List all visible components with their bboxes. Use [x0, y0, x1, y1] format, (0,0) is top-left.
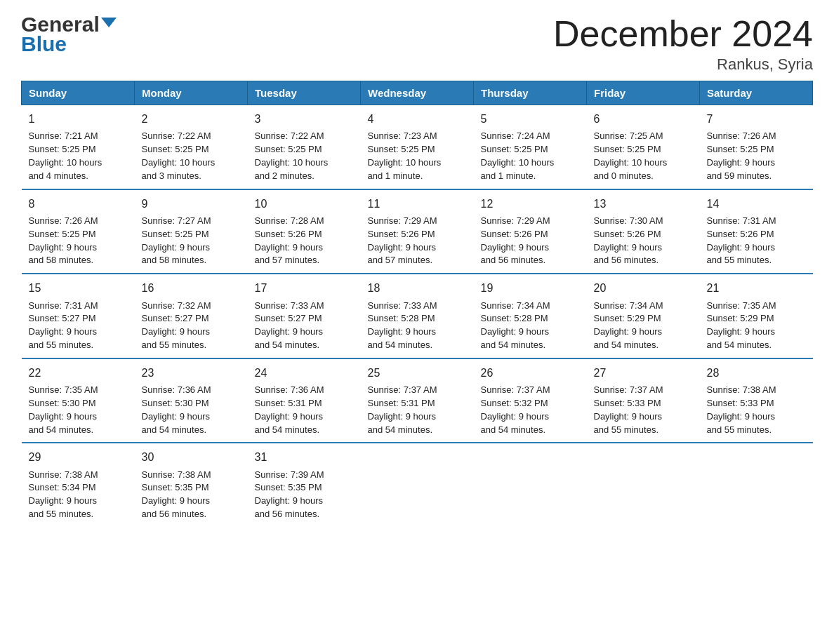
cell-info: Sunrise: 7:23 AMSunset: 5:25 PMDaylight:… — [368, 130, 442, 181]
day-number: 13 — [594, 196, 693, 212]
cell-info: Sunrise: 7:35 AMSunset: 5:29 PMDaylight:… — [707, 300, 776, 351]
cell-info: Sunrise: 7:31 AMSunset: 5:27 PMDaylight:… — [29, 300, 98, 351]
table-cell — [587, 443, 700, 527]
table-cell: 6 Sunrise: 7:25 AMSunset: 5:25 PMDayligh… — [587, 105, 700, 189]
day-number: 1 — [29, 111, 128, 127]
table-cell: 11 Sunrise: 7:29 AMSunset: 5:26 PMDaylig… — [361, 189, 474, 274]
table-cell: 17 Sunrise: 7:33 AMSunset: 5:27 PMDaylig… — [248, 274, 361, 358]
cell-info: Sunrise: 7:29 AMSunset: 5:26 PMDaylight:… — [368, 215, 437, 266]
logo: General Blue — [21, 14, 117, 56]
table-cell: 24 Sunrise: 7:36 AMSunset: 5:31 PMDaylig… — [248, 358, 361, 443]
cell-info: Sunrise: 7:25 AMSunset: 5:25 PMDaylight:… — [594, 130, 668, 181]
table-cell — [361, 443, 474, 527]
day-number: 16 — [142, 280, 241, 296]
cell-info: Sunrise: 7:33 AMSunset: 5:28 PMDaylight:… — [368, 300, 437, 351]
cell-info: Sunrise: 7:28 AMSunset: 5:26 PMDaylight:… — [255, 215, 324, 266]
svg-marker-0 — [101, 18, 117, 27]
col-wednesday: Wednesday — [361, 81, 474, 105]
table-cell: 20 Sunrise: 7:34 AMSunset: 5:29 PMDaylig… — [587, 274, 700, 358]
col-sunday: Sunday — [22, 81, 135, 105]
calendar-header-row: Sunday Monday Tuesday Wednesday Thursday… — [22, 81, 813, 105]
cell-info: Sunrise: 7:36 AMSunset: 5:31 PMDaylight:… — [255, 384, 324, 435]
day-number: 12 — [481, 196, 580, 212]
day-number: 30 — [142, 449, 241, 465]
cell-info: Sunrise: 7:26 AMSunset: 5:25 PMDaylight:… — [29, 215, 98, 266]
calendar-week-row: 29 Sunrise: 7:38 AMSunset: 5:34 PMDaylig… — [22, 443, 813, 527]
table-cell: 1 Sunrise: 7:21 AMSunset: 5:25 PMDayligh… — [22, 105, 135, 189]
day-number: 17 — [255, 280, 354, 296]
page-subtitle: Rankus, Syria — [553, 55, 813, 74]
table-cell — [700, 443, 813, 527]
day-number: 28 — [707, 365, 806, 381]
calendar-week-row: 22 Sunrise: 7:35 AMSunset: 5:30 PMDaylig… — [22, 358, 813, 443]
day-number: 8 — [29, 196, 128, 212]
table-cell: 13 Sunrise: 7:30 AMSunset: 5:26 PMDaylig… — [587, 189, 700, 274]
cell-info: Sunrise: 7:38 AMSunset: 5:35 PMDaylight:… — [142, 469, 211, 520]
cell-info: Sunrise: 7:34 AMSunset: 5:29 PMDaylight:… — [594, 300, 663, 351]
table-cell: 21 Sunrise: 7:35 AMSunset: 5:29 PMDaylig… — [700, 274, 813, 358]
day-number: 5 — [481, 111, 580, 127]
day-number: 4 — [368, 111, 467, 127]
cell-info: Sunrise: 7:26 AMSunset: 5:25 PMDaylight:… — [707, 130, 776, 181]
cell-info: Sunrise: 7:32 AMSunset: 5:27 PMDaylight:… — [142, 300, 211, 351]
table-cell: 10 Sunrise: 7:28 AMSunset: 5:26 PMDaylig… — [248, 189, 361, 274]
table-cell: 29 Sunrise: 7:38 AMSunset: 5:34 PMDaylig… — [22, 443, 135, 527]
day-number: 24 — [255, 365, 354, 381]
calendar-week-row: 1 Sunrise: 7:21 AMSunset: 5:25 PMDayligh… — [22, 105, 813, 189]
cell-info: Sunrise: 7:21 AMSunset: 5:25 PMDaylight:… — [29, 130, 102, 181]
table-cell: 3 Sunrise: 7:22 AMSunset: 5:25 PMDayligh… — [248, 105, 361, 189]
table-cell: 31 Sunrise: 7:39 AMSunset: 5:35 PMDaylig… — [248, 443, 361, 527]
cell-info: Sunrise: 7:37 AMSunset: 5:31 PMDaylight:… — [368, 384, 437, 435]
cell-info: Sunrise: 7:34 AMSunset: 5:28 PMDaylight:… — [481, 300, 550, 351]
table-cell: 25 Sunrise: 7:37 AMSunset: 5:31 PMDaylig… — [361, 358, 474, 443]
cell-info: Sunrise: 7:31 AMSunset: 5:26 PMDaylight:… — [707, 215, 776, 266]
day-number: 22 — [29, 365, 128, 381]
page-title: December 2024 — [553, 14, 813, 54]
table-cell: 7 Sunrise: 7:26 AMSunset: 5:25 PMDayligh… — [700, 105, 813, 189]
day-number: 29 — [29, 449, 128, 465]
table-cell: 30 Sunrise: 7:38 AMSunset: 5:35 PMDaylig… — [135, 443, 248, 527]
table-cell: 26 Sunrise: 7:37 AMSunset: 5:32 PMDaylig… — [474, 358, 587, 443]
cell-info: Sunrise: 7:24 AMSunset: 5:25 PMDaylight:… — [481, 130, 555, 181]
cell-info: Sunrise: 7:27 AMSunset: 5:25 PMDaylight:… — [142, 215, 211, 266]
cell-info: Sunrise: 7:37 AMSunset: 5:32 PMDaylight:… — [481, 384, 550, 435]
table-cell: 2 Sunrise: 7:22 AMSunset: 5:25 PMDayligh… — [135, 105, 248, 189]
cell-info: Sunrise: 7:30 AMSunset: 5:26 PMDaylight:… — [594, 215, 663, 266]
table-cell: 23 Sunrise: 7:36 AMSunset: 5:30 PMDaylig… — [135, 358, 248, 443]
col-tuesday: Tuesday — [248, 81, 361, 105]
day-number: 6 — [594, 111, 693, 127]
day-number: 19 — [481, 280, 580, 296]
day-number: 10 — [255, 196, 354, 212]
page-header: General Blue December 2024 Rankus, Syria — [21, 14, 813, 74]
day-number: 20 — [594, 280, 693, 296]
cell-info: Sunrise: 7:37 AMSunset: 5:33 PMDaylight:… — [594, 384, 663, 435]
cell-info: Sunrise: 7:39 AMSunset: 5:35 PMDaylight:… — [255, 469, 324, 520]
day-number: 26 — [481, 365, 580, 381]
day-number: 15 — [29, 280, 128, 296]
day-number: 9 — [142, 196, 241, 212]
day-number: 3 — [255, 111, 354, 127]
table-cell: 22 Sunrise: 7:35 AMSunset: 5:30 PMDaylig… — [22, 358, 135, 443]
title-area: December 2024 Rankus, Syria — [553, 14, 813, 74]
cell-info: Sunrise: 7:36 AMSunset: 5:30 PMDaylight:… — [142, 384, 211, 435]
table-cell: 27 Sunrise: 7:37 AMSunset: 5:33 PMDaylig… — [587, 358, 700, 443]
table-cell: 4 Sunrise: 7:23 AMSunset: 5:25 PMDayligh… — [361, 105, 474, 189]
day-number: 2 — [142, 111, 241, 127]
cell-info: Sunrise: 7:35 AMSunset: 5:30 PMDaylight:… — [29, 384, 98, 435]
table-cell: 5 Sunrise: 7:24 AMSunset: 5:25 PMDayligh… — [474, 105, 587, 189]
calendar-table: Sunday Monday Tuesday Wednesday Thursday… — [21, 81, 813, 527]
table-cell: 15 Sunrise: 7:31 AMSunset: 5:27 PMDaylig… — [22, 274, 135, 358]
table-cell: 9 Sunrise: 7:27 AMSunset: 5:25 PMDayligh… — [135, 189, 248, 274]
calendar-week-row: 8 Sunrise: 7:26 AMSunset: 5:25 PMDayligh… — [22, 189, 813, 274]
table-cell: 14 Sunrise: 7:31 AMSunset: 5:26 PMDaylig… — [700, 189, 813, 274]
cell-info: Sunrise: 7:22 AMSunset: 5:25 PMDaylight:… — [142, 130, 216, 181]
day-number: 31 — [255, 449, 354, 465]
day-number: 27 — [594, 365, 693, 381]
day-number: 25 — [368, 365, 467, 381]
table-cell: 28 Sunrise: 7:38 AMSunset: 5:33 PMDaylig… — [700, 358, 813, 443]
table-cell: 18 Sunrise: 7:33 AMSunset: 5:28 PMDaylig… — [361, 274, 474, 358]
col-friday: Friday — [587, 81, 700, 105]
table-cell — [474, 443, 587, 527]
table-cell: 12 Sunrise: 7:29 AMSunset: 5:26 PMDaylig… — [474, 189, 587, 274]
calendar-week-row: 15 Sunrise: 7:31 AMSunset: 5:27 PMDaylig… — [22, 274, 813, 358]
